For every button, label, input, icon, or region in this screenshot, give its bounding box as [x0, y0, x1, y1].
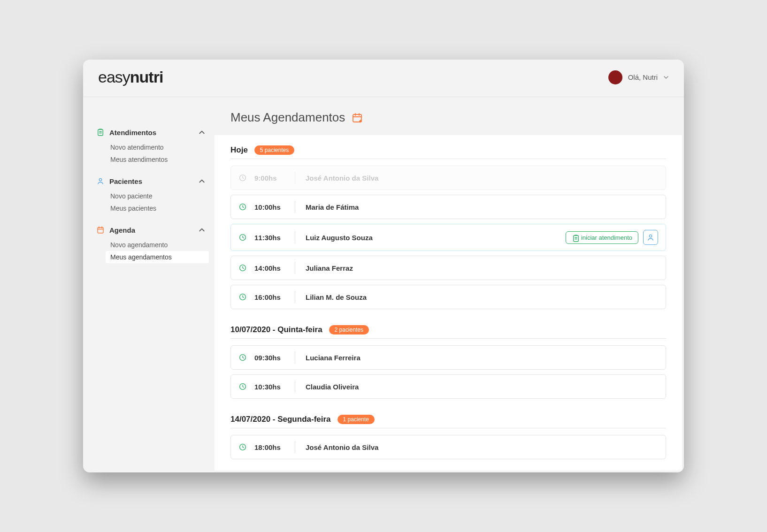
clock-icon — [238, 293, 247, 301]
divider — [295, 262, 295, 274]
logo-prefix: easy — [98, 68, 130, 86]
view-patient-button[interactable] — [643, 230, 658, 245]
chevron-up-icon — [199, 227, 205, 233]
appointment-list: 09:30hsLuciana Ferreira10:30hsClaudia Ol… — [230, 345, 666, 399]
appointment-row[interactable]: 11:30hsLuiz Augusto Souzainiciar atendim… — [230, 224, 666, 251]
day-header: 10/07/2020 - Quinta-feira2 pacientes — [230, 325, 666, 339]
svg-point-8 — [649, 235, 652, 237]
page-header: Meus Agendamentos — [215, 97, 684, 135]
nav-subitem[interactable]: Meus atendimentos — [106, 153, 209, 166]
patient-count-badge: 5 pacientes — [254, 145, 294, 155]
divider — [295, 380, 295, 393]
body: AtendimentosNovo atendimentoMeus atendim… — [83, 97, 684, 472]
appointment-list: 9:00hsJosé Antonio da Silva10:00hsMaria … — [230, 166, 666, 309]
appointment-time: 9:00hs — [254, 174, 284, 182]
clock-icon — [238, 233, 247, 242]
nav-section-atendimentos: AtendimentosNovo atendimentoMeus atendim… — [92, 125, 209, 166]
appointment-patient-name: Lilian M. de Souza — [306, 293, 658, 301]
main: Meus Agendamentos Hoje5 pacientes9:00hsJ… — [215, 97, 684, 472]
divider — [295, 441, 295, 453]
day-section: 10/07/2020 - Quinta-feira2 pacientes09:3… — [230, 325, 666, 399]
nav-subitems: Novo atendimentoMeus atendimentos — [106, 141, 209, 166]
appointment-row[interactable]: 9:00hsJosé Antonio da Silva — [230, 166, 666, 190]
clock-icon — [238, 443, 247, 451]
avatar — [608, 70, 622, 84]
appointment-patient-name: Claudia Oliveira — [306, 383, 658, 391]
divider — [295, 231, 295, 243]
clock-icon — [238, 353, 247, 362]
svg-point-1 — [99, 178, 101, 181]
person-icon — [646, 233, 655, 242]
nav-header-agenda[interactable]: Agenda — [92, 223, 209, 237]
appointment-list: 18:00hsJosé Antonio da Silva — [230, 435, 666, 459]
calendar-add-icon[interactable] — [352, 112, 363, 123]
appointment-row[interactable]: 09:30hsLuciana Ferreira — [230, 345, 666, 370]
appointment-patient-name: Luciana Ferreira — [306, 354, 658, 362]
appointment-time: 16:00hs — [254, 293, 284, 301]
divider — [295, 291, 295, 303]
nav-subitem[interactable]: Meus pacientes — [106, 202, 209, 214]
nav-section-agenda: AgendaNovo agendamentoMeus agendamentos — [92, 223, 209, 263]
appointment-row[interactable]: 18:00hsJosé Antonio da Silva — [230, 435, 666, 459]
appointment-time: 09:30hs — [254, 354, 284, 362]
day-header: 14/07/2020 - Segunda-feira1 paciente — [230, 415, 666, 428]
day-section: 14/07/2020 - Segunda-feira1 paciente18:0… — [230, 415, 666, 459]
nav-header-pacientes[interactable]: Pacientes — [92, 174, 209, 188]
nav-subitem[interactable]: Novo atendimento — [106, 141, 209, 153]
start-appointment-button[interactable]: iniciar atendimento — [566, 231, 638, 244]
start-label: iniciar atendimento — [581, 234, 632, 241]
svg-rect-0 — [98, 129, 103, 136]
user-menu[interactable]: Olá, Nutri — [608, 70, 669, 84]
appointment-patient-name: Luiz Augusto Souza — [306, 234, 558, 242]
svg-rect-7 — [574, 236, 579, 242]
appointment-row[interactable]: 10:00hsMaria de Fátima — [230, 195, 666, 219]
nav-label: Pacientes — [109, 177, 194, 185]
svg-rect-2 — [98, 228, 103, 233]
nav-header-atendimentos[interactable]: Atendimentos — [92, 125, 209, 139]
divider — [295, 172, 295, 184]
appointment-patient-name: José Antonio da Silva — [306, 174, 658, 182]
day-section: Hoje5 pacientes9:00hsJosé Antonio da Sil… — [230, 145, 666, 309]
nav-subitem[interactable]: Novo agendamento — [106, 239, 209, 251]
nav-label: Agenda — [109, 226, 194, 234]
chevron-up-icon — [199, 129, 205, 136]
clock-icon — [238, 174, 247, 182]
appointment-time: 10:30hs — [254, 383, 284, 391]
person-icon — [96, 177, 105, 185]
appointment-row[interactable]: 14:00hsJuliana Ferraz — [230, 256, 666, 280]
content: Hoje5 pacientes9:00hsJosé Antonio da Sil… — [215, 135, 682, 471]
chevron-down-icon — [663, 75, 669, 80]
logo: easynutri — [98, 68, 163, 86]
logo-suffix: nutri — [130, 68, 163, 86]
page-title: Meus Agendamentos — [230, 110, 345, 125]
appointment-patient-name: Juliana Ferraz — [306, 264, 658, 272]
appointment-time: 10:00hs — [254, 203, 284, 211]
day-title: Hoje — [230, 145, 248, 155]
nav-subitem[interactable]: Meus agendamentos — [106, 251, 209, 263]
appointment-patient-name: José Antonio da Silva — [306, 443, 658, 451]
divider — [295, 351, 295, 364]
nav-subitem[interactable]: Novo paciente — [106, 190, 209, 202]
nav-label: Atendimentos — [109, 129, 194, 137]
chevron-up-icon — [199, 178, 205, 184]
topbar: easynutri Olá, Nutri — [83, 60, 684, 97]
sidebar: AtendimentosNovo atendimentoMeus atendim… — [83, 97, 215, 472]
day-header: Hoje5 pacientes — [230, 145, 666, 159]
user-greeting: Olá, Nutri — [628, 73, 658, 81]
day-title: 10/07/2020 - Quinta-feira — [230, 325, 322, 334]
appointment-actions: iniciar atendimento — [566, 230, 658, 245]
appointment-time: 11:30hs — [254, 234, 284, 242]
patient-count-badge: 2 pacientes — [329, 325, 369, 334]
appointment-row[interactable]: 10:30hsClaudia Oliveira — [230, 374, 666, 399]
day-title: 14/07/2020 - Segunda-feira — [230, 415, 331, 424]
appointment-time: 14:00hs — [254, 264, 284, 272]
calendar-icon — [96, 226, 105, 234]
app-window: easynutri Olá, Nutri AtendimentosNovo at… — [83, 60, 684, 472]
clock-icon — [238, 203, 247, 211]
appointment-row[interactable]: 16:00hsLilian M. de Souza — [230, 285, 666, 309]
clock-icon — [238, 264, 247, 272]
clock-icon — [238, 382, 247, 391]
appointment-patient-name: Maria de Fátima — [306, 203, 658, 211]
clipboard-icon — [572, 234, 578, 241]
patient-count-badge: 1 paciente — [337, 415, 375, 424]
